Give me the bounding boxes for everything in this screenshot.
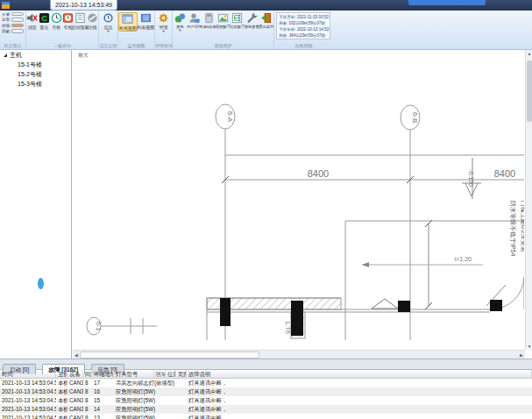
note-doorsill: 门槛上翻0.2米安装: [521, 201, 524, 252]
ribbon-group-info: 信息 ▼ 信息记录: [99, 11, 118, 49]
fault-indicator: [11, 24, 24, 28]
reset-button[interactable]: C 复位: [39, 12, 51, 30]
tree-root-host[interactable]: 主机: [0, 50, 71, 60]
canvas-horizontal-scrollbar[interactable]: ◀ ▶: [73, 350, 525, 359]
system-icon: [174, 12, 186, 24]
scroll-left-icon[interactable]: ◀: [73, 352, 80, 359]
manage-button[interactable]: 管理 ▼: [155, 12, 172, 32]
layout-view-icon: [122, 13, 133, 25]
can-device-button[interactable]: CAN设备: [202, 12, 216, 29]
ribbon-group-maintain: 系统 ▼ 用户管理 CAN设备 底图配置 灯具配置: [173, 11, 274, 49]
mute-button[interactable]: 消音: [26, 12, 39, 30]
elevation-label: -0.150: [468, 169, 474, 187]
floorplan-canvas[interactable]: 最大: [73, 50, 532, 359]
info-button[interactable]: 信息 ▼: [99, 12, 117, 32]
basemap-icon: [217, 12, 229, 24]
fire-indicator: [11, 12, 24, 17]
annual-remaining: 剩余: 364日23时59分07秒: [279, 32, 328, 39]
dimension-8400-left: 8400: [308, 168, 329, 179]
splitter-handle[interactable]: [38, 278, 44, 289]
monthly-check-icon: [51, 12, 62, 24]
manage-dropdown-arrow: ▼: [162, 30, 166, 32]
event-row[interactable]: 2021-10-13 14:53:04.571本机 CAN3-88 13应急照明…: [0, 414, 532, 419]
app-icon: [2, 2, 10, 9]
logout-button[interactable]: 注销: [86, 12, 98, 30]
plan-document-icon: [74, 12, 86, 24]
list-view-icon: [140, 12, 152, 24]
app-window: 2021-10-13 14:53:49 火警: 监管: 故障: 屏蔽: 状态显示: [0, 0, 532, 419]
grid-bubble-a-label: 6-A: [226, 111, 234, 123]
monthly-check-button[interactable]: 月检: [50, 12, 62, 30]
tree-item-building-3[interactable]: 15-3号楼: [0, 79, 71, 89]
titlebar-decor: [408, 0, 486, 5]
event-row[interactable]: 2021-10-13 14:53:04.571本机 CAN3-88 15应急照明…: [0, 396, 532, 405]
dimension-8400-right: 8400: [494, 168, 515, 179]
exit-door-icon: [260, 12, 272, 24]
event-log-panel: 启动 [0] 故障 [3162] 应急 [0] 时间主机 设备回路 终端地址灯具…: [0, 359, 532, 419]
user-manage-button[interactable]: 用户管理: [187, 12, 201, 29]
basemap-config-button[interactable]: 底图配置: [216, 12, 230, 29]
selfcheck-panel: 下次月检: 2021-11-15 00:52:57 剩余: 032日09时59分…: [276, 12, 330, 39]
system-param-button[interactable]: 系统参数: [245, 12, 259, 29]
lamp-config-icon: [231, 12, 243, 24]
mute-icon: [26, 12, 38, 24]
event-row[interactable]: 2021-10-13 14:53:04.572本机 CAN3-88 16应急照明…: [0, 387, 532, 396]
device-tree-panel: 主机 15-1号楼 15-2号楼 15-3号楼: [0, 50, 72, 359]
tree-item-building-2[interactable]: 15-2号楼: [0, 69, 71, 79]
ribbon-group-general: 消音 C 复位 月检 年检 启动预案: [26, 11, 99, 49]
layout-view-button[interactable]: 布局视图: [118, 12, 138, 32]
logout-icon: [87, 12, 98, 24]
shield-indicator: [11, 29, 24, 33]
status-row-supervise: 监管:: [2, 18, 24, 22]
system-button[interactable]: 系统 ▼: [173, 12, 187, 32]
lt6-label: L.T6: [285, 322, 291, 334]
tree-item-building-1[interactable]: 15-1号楼: [0, 60, 71, 69]
event-row[interactable]: 2021-10-13 14:53:04.571本机 CAN3-88 14应急照明…: [0, 405, 532, 414]
grid-bubble-1-label: 6-1: [96, 322, 102, 330]
info-dropdown-arrow: ▼: [107, 30, 110, 32]
user-icon: [188, 12, 200, 24]
gear-icon: [158, 12, 169, 24]
status-row-shield: 屏蔽:: [2, 29, 24, 33]
slope-label: i=1:20: [455, 256, 472, 262]
cad-drawing: 6-A 6-B 6-1 8400 8400 -0.150 i=1:20 L.T6…: [73, 50, 524, 350]
system-dropdown-arrow: ▼: [178, 29, 181, 32]
wrench-icon: [246, 12, 258, 24]
grid-bubble-b-label: 6-B: [411, 112, 419, 123]
exit-monitor-button[interactable]: 退出监控: [259, 12, 273, 29]
list-view-button[interactable]: 列表视图: [138, 12, 155, 30]
status-row-fault: 故障:: [2, 24, 24, 28]
canvas-vertical-scrollbar[interactable]: ▲ ▼: [525, 50, 532, 350]
supervise-indicator: [11, 18, 24, 22]
svg-text:C: C: [41, 14, 47, 23]
can-device-icon: [203, 12, 215, 24]
ribbon-group-status: 火警: 监管: 故障: 屏蔽: 状态显示: [0, 11, 26, 49]
info-clock-icon: [103, 12, 114, 24]
monthly-remaining: 剩余: 032日09时59分07秒: [279, 20, 328, 26]
reset-icon: C: [39, 12, 50, 24]
start-plan-button[interactable]: 启动预案: [74, 12, 87, 30]
lamp-config-button[interactable]: 灯具配置: [231, 12, 245, 29]
status-row-fire: 火警:: [2, 12, 24, 17]
note-waterproof: 防水等级不低于IP54: [509, 201, 516, 257]
ribbon-group-selfcheck: 下次月检: 2021-11-15 00:52:57 剩余: 032日09时59分…: [274, 11, 333, 49]
event-table-header: 时间主机 设备回路 终端地址灯具型号 区域位置 页图故障说明: [0, 370, 532, 379]
next-monthly-check: 下次月检: 2021-11-15 00:52:57: [279, 14, 328, 20]
event-tabs: 启动 [0] 故障 [3162] 应急 [0]: [0, 359, 532, 370]
ribbon-group-views: 布局视图 列表视图 监控视图: [118, 11, 155, 49]
ribbon-toolbar: 火警: 监管: 故障: 屏蔽: 状态显示 消音: [0, 11, 532, 50]
titlebar-clock: 2021-10-13 14:53:49: [50, 0, 117, 11]
horizontal-scroll-thumb[interactable]: [80, 352, 259, 359]
ribbon-group-manage: 管理 ▼ 管理操作: [155, 11, 173, 49]
next-annual-check: 下次年检: 2022-10-13 14:52:57: [279, 26, 328, 32]
scroll-up-icon[interactable]: ▲: [526, 50, 532, 57]
vertical-scroll-thumb[interactable]: [527, 60, 532, 122]
event-row[interactable]: 2021-10-13 14:53:04.572本机 CAN3-88 17吊装左向…: [0, 379, 532, 387]
tree-expander-icon[interactable]: [4, 53, 7, 57]
annual-check-icon: [62, 12, 74, 24]
scroll-down-icon[interactable]: ▼: [526, 343, 532, 350]
scroll-right-icon[interactable]: ▶: [518, 352, 525, 359]
